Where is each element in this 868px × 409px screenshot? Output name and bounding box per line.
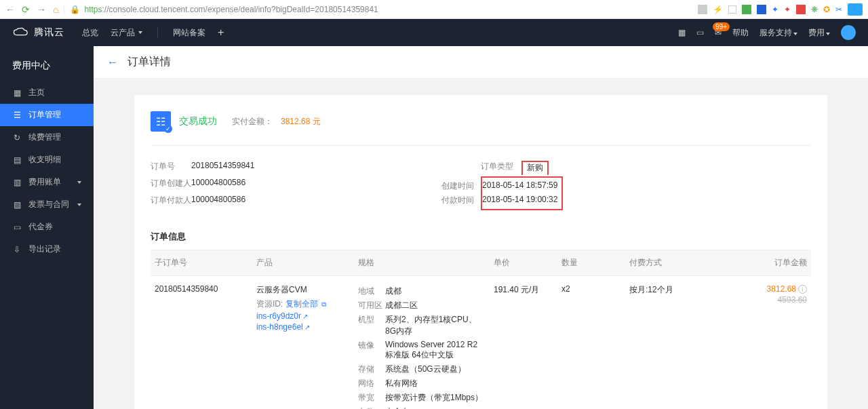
brand-logo[interactable]: 腾讯云	[12, 26, 64, 39]
address-bar[interactable]: 🔒 https://console.cloud.tencent.com/expe…	[64, 5, 692, 14]
avatar[interactable]	[841, 25, 856, 40]
ext-icon[interactable]	[728, 5, 736, 14]
ext-icon[interactable]: ✪	[823, 5, 830, 14]
forward-icon[interactable]: →	[37, 4, 46, 15]
nav-beian[interactable]: 网站备案	[173, 27, 205, 39]
create-time: 2018-05-14 18:57:59	[482, 180, 557, 192]
renew-icon: ↻	[12, 133, 22, 142]
ext-icon[interactable]	[742, 5, 751, 14]
th-pay: 付费方式	[625, 250, 727, 276]
meta-label: 订单创建人	[151, 178, 191, 189]
ext-icon[interactable]	[698, 5, 707, 14]
unit-price: 191.40 元/月	[490, 276, 557, 410]
back-icon[interactable]: ←	[5, 4, 15, 15]
scissors-icon[interactable]: ✂	[835, 5, 842, 14]
invoice-icon: ▧	[12, 200, 22, 210]
ext-icon[interactable]	[848, 3, 863, 16]
th-qty: 数量	[557, 250, 625, 276]
spec-value: 按带宽计费（带宽1Mbps）	[385, 392, 486, 404]
payer-id: 100004800586	[191, 195, 245, 206]
copy-all-link[interactable]: 复制全部	[285, 299, 318, 309]
sidebar-item-voucher[interactable]: ▭代金券	[0, 216, 94, 238]
export-icon: ⇩	[12, 245, 22, 254]
doc-icon: ▤	[12, 155, 22, 165]
grid-icon: ▦	[12, 88, 22, 98]
quantity: x2	[557, 276, 625, 410]
spec-label: 网络	[358, 378, 385, 389]
nav-cost[interactable]: 费用	[808, 27, 830, 39]
sidebar-item-label: 收支明细	[28, 154, 61, 165]
sidebar-item-transactions[interactable]: ▤收支明细	[0, 149, 94, 171]
product-name: 云服务器CVM	[256, 284, 350, 296]
th-product: 产品	[252, 250, 354, 276]
message-icon[interactable]: ✉99+	[715, 28, 722, 37]
ext-icon[interactable]	[796, 5, 806, 14]
ext-icon[interactable]: ❋	[811, 5, 818, 14]
paid-amount: 3812.68 元	[281, 116, 321, 128]
meta-label: 订单类型	[481, 161, 521, 174]
doc-icon[interactable]: ▭	[696, 28, 704, 37]
th-suborder: 子订单号	[151, 250, 252, 276]
nav-overview[interactable]: 总览	[82, 27, 98, 39]
grid-icon[interactable]: ▦	[678, 28, 686, 37]
copy-icon: ⧉	[321, 300, 326, 308]
meta-label: 订单付款人	[151, 195, 191, 206]
spec-label: 机型	[358, 314, 385, 337]
pay-method: 按月:12个月	[625, 276, 727, 410]
spec-label: 带宽	[358, 392, 385, 404]
sub-order-id: 20180514359840	[151, 276, 252, 410]
sidebar-item-bills[interactable]: ▥费用账单	[0, 171, 94, 193]
sidebar-item-orders[interactable]: ☰订单管理	[0, 104, 94, 126]
back-button[interactable]: ←	[107, 56, 118, 69]
spec-label: 地域	[358, 286, 385, 297]
list-icon: ☰	[12, 111, 22, 120]
home-icon[interactable]: ⌂	[53, 4, 58, 15]
spec-value: 成都	[385, 286, 486, 297]
nav-support[interactable]: 服务支持	[760, 27, 797, 39]
sidebar-item-home[interactable]: ▦主页	[0, 81, 94, 104]
lock-icon: 🔒	[70, 5, 80, 14]
meta-label: 订单号	[151, 161, 191, 172]
creator-id: 100004800586	[191, 178, 245, 189]
spec-value: Windows Server 2012 R2 标准版 64位中文版	[385, 340, 486, 361]
order-table: 子订单号 产品 规格 单价 数量 付费方式 订单金额 2018051435984…	[151, 250, 811, 409]
nav-help[interactable]: 帮助	[732, 27, 749, 39]
sidebar-item-export[interactable]: ⇩导出记录	[0, 238, 94, 260]
resource-link[interactable]: ins-h8nge6el	[256, 322, 303, 332]
separator	[157, 27, 158, 38]
nav-products[interactable]: 云产品	[111, 27, 142, 39]
reload-icon[interactable]: ⟳	[22, 4, 30, 15]
spec-value: 未命名	[385, 406, 486, 409]
paid-label: 实付金额：	[232, 116, 273, 128]
chevron-down-icon	[138, 31, 142, 34]
sidebar-item-renew[interactable]: ↻续费管理	[0, 126, 94, 149]
sidebar-item-label: 代金券	[28, 221, 53, 233]
sidebar-item-label: 续费管理	[28, 132, 61, 143]
bill-icon: ▥	[12, 178, 22, 187]
sidebar-item-invoice[interactable]: ▧发票与合同	[0, 193, 94, 216]
ext-icon[interactable]: ⚡	[713, 5, 723, 14]
ext-icon[interactable]: ✦	[772, 5, 778, 14]
spec-label: 镜像	[358, 340, 385, 361]
url-protocol: https	[84, 5, 102, 14]
cloud-logo-icon	[12, 27, 28, 38]
external-link-icon: ↗	[304, 324, 310, 331]
row-original-price: 4593.60	[731, 295, 807, 305]
ext-icon[interactable]	[757, 5, 766, 14]
chevron-down-icon	[77, 181, 81, 184]
meta-label: 付款时间	[441, 195, 482, 206]
message-badge: 99+	[713, 22, 730, 31]
sidebar-title: 费用中心	[0, 54, 94, 81]
spec-value: 系列2、内存型1核CPU、8G内存	[385, 314, 486, 337]
resource-link[interactable]: ins-r6y9dz0r	[256, 311, 301, 321]
th-total: 订单金额	[727, 250, 811, 276]
ext-icon[interactable]: ✦	[784, 5, 791, 14]
pay-time: 2018-05-14 19:00:32	[482, 195, 557, 206]
url-path: ://console.cloud.tencent.com/expense/dea…	[102, 5, 378, 14]
row-total: 3812.68	[767, 284, 796, 294]
extension-icons: ⚡ ✦ ✦ ❋ ✪ ✂	[698, 3, 863, 16]
spec-label: 名称	[358, 406, 385, 409]
info-icon[interactable]: i	[798, 285, 807, 294]
ticket-icon: ▭	[12, 222, 22, 232]
nav-add[interactable]: +	[218, 26, 224, 39]
